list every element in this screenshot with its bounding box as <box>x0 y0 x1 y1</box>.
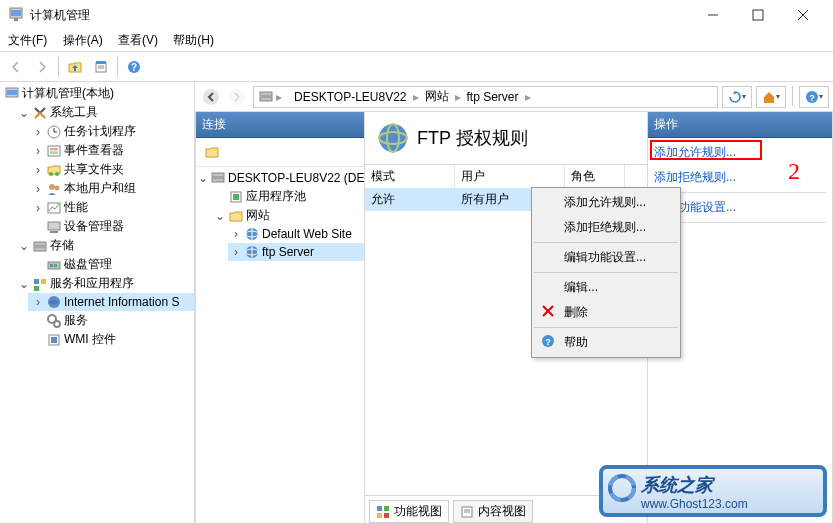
crumb-sites[interactable]: 网站 <box>423 88 451 105</box>
center-title: FTP 授权规则 <box>417 126 528 150</box>
conn-default-site[interactable]: Default Web Site <box>262 227 352 241</box>
action-add-deny[interactable]: 添加拒绝规则... <box>654 167 826 188</box>
home-dropdown-button[interactable]: ▾ <box>756 86 786 108</box>
svg-rect-35 <box>41 279 46 284</box>
ctx-delete[interactable]: 删除 <box>534 300 678 325</box>
tree-shared-folders[interactable]: 共享文件夹 <box>64 161 124 178</box>
back-button[interactable] <box>4 55 28 79</box>
tree-device-manager[interactable]: 设备管理器 <box>64 218 124 235</box>
tree-system-tools[interactable]: 系统工具 <box>50 104 98 121</box>
twist-open-icon[interactable]: ⌄ <box>18 278 30 290</box>
svg-rect-30 <box>34 247 46 251</box>
menu-action[interactable]: 操作(A) <box>63 33 103 47</box>
ctx-add-allow[interactable]: 添加允许规则... <box>534 190 678 215</box>
delete-icon <box>540 303 556 319</box>
svg-rect-28 <box>50 231 58 233</box>
conn-ftp-server[interactable]: ftp Server <box>262 245 314 259</box>
storage-icon <box>32 238 48 254</box>
ctx-edit[interactable]: 编辑... <box>534 275 678 300</box>
svg-text:?: ? <box>545 337 551 347</box>
watermark-url: www.Ghost123.com <box>641 497 748 511</box>
tree-event-viewer[interactable]: 事件查看器 <box>64 142 124 159</box>
tree-root[interactable]: 计算机管理(本地) <box>22 85 114 102</box>
nav-back-button[interactable] <box>199 85 223 109</box>
nav-forward-button[interactable] <box>225 85 249 109</box>
tab-feature-view[interactable]: 功能视图 <box>369 500 449 523</box>
minimize-button[interactable] <box>690 0 735 30</box>
svg-point-23 <box>55 172 59 176</box>
conn-sites[interactable]: 网站 <box>246 207 270 224</box>
svg-point-42 <box>203 89 219 105</box>
close-button[interactable] <box>780 0 825 30</box>
services-icon <box>46 313 62 329</box>
center-panel: FTP 授权规则 模式 用户 角色 允许 所有用户 功能视图 内容视图 <box>365 112 648 523</box>
ctx-add-deny[interactable]: 添加拒绝规则... <box>534 215 678 240</box>
tree-services-apps[interactable]: 服务和应用程序 <box>50 275 134 292</box>
connections-panel: 连接 ⌄DESKTOP-LEU8V22 (DE 应用程序池 ⌄网站 ›Defau… <box>195 112 365 523</box>
feature-tab-icon <box>376 505 390 519</box>
tree-disk-mgmt[interactable]: 磁盘管理 <box>64 256 112 273</box>
col-user[interactable]: 用户 <box>455 165 565 188</box>
twist-closed-icon[interactable]: › <box>32 126 44 138</box>
twist-closed-icon[interactable]: › <box>32 296 44 308</box>
website-icon <box>244 226 260 242</box>
svg-rect-61 <box>377 506 382 511</box>
svg-rect-36 <box>34 286 39 291</box>
twist-closed-icon[interactable]: › <box>32 183 44 195</box>
watermark-badge: 系统之家 www.Ghost123.com <box>599 465 827 517</box>
menu-bar: 文件(F) 操作(A) 查看(V) 帮助(H) <box>0 30 833 51</box>
ftp-site-icon <box>244 244 260 260</box>
toolbar: ? <box>0 52 833 82</box>
svg-rect-8 <box>96 61 106 64</box>
refresh-button[interactable]: ▾ <box>722 86 752 108</box>
conn-server[interactable]: DESKTOP-LEU8V22 (DE <box>228 171 364 185</box>
twist-closed-icon[interactable]: › <box>32 164 44 176</box>
svg-rect-48 <box>212 173 224 177</box>
ctx-edit-feature[interactable]: 编辑功能设置... <box>534 245 678 270</box>
tree-services[interactable]: 服务 <box>64 312 88 329</box>
folder-up-button[interactable] <box>63 55 87 79</box>
menu-help[interactable]: 帮助(H) <box>173 33 214 47</box>
properties-button[interactable] <box>89 55 113 79</box>
svg-rect-27 <box>48 222 60 230</box>
tree-task-scheduler[interactable]: 任务计划程序 <box>64 123 136 140</box>
help-dropdown-button[interactable]: ?▾ <box>799 86 829 108</box>
tree-storage[interactable]: 存储 <box>50 237 74 254</box>
server-node-icon <box>210 170 226 186</box>
svg-text:?: ? <box>131 62 137 73</box>
users-groups-icon <box>46 181 62 197</box>
server-icon: ▸ <box>258 89 288 105</box>
title-bar: 计算机管理 <box>0 0 833 30</box>
breadcrumb-field[interactable]: ▸ DESKTOP-LEU8V22▸ 网站▸ ftp Server▸ <box>253 86 718 108</box>
crumb-server[interactable]: DESKTOP-LEU8V22 <box>292 90 409 104</box>
svg-rect-64 <box>384 513 389 518</box>
col-role[interactable]: 角色 <box>565 165 625 188</box>
tree-local-users[interactable]: 本地用户和组 <box>64 180 136 197</box>
tree-performance[interactable]: 性能 <box>64 199 88 216</box>
tree-wmi[interactable]: WMI 控件 <box>64 331 116 348</box>
col-mode[interactable]: 模式 <box>365 165 455 188</box>
app-pool-icon <box>228 189 244 205</box>
services-apps-icon <box>32 276 48 292</box>
conn-app-pool[interactable]: 应用程序池 <box>246 188 306 205</box>
ctx-help[interactable]: ?帮助 <box>534 330 678 355</box>
twist-closed-icon[interactable]: › <box>32 202 44 214</box>
connections-tree[interactable]: ⌄DESKTOP-LEU8V22 (DE 应用程序池 ⌄网站 ›Default … <box>196 167 364 263</box>
help-button[interactable]: ? <box>122 55 146 79</box>
menu-view[interactable]: 查看(V) <box>118 33 158 47</box>
twist-closed-icon[interactable]: › <box>32 145 44 157</box>
wmi-icon <box>46 332 62 348</box>
menu-file[interactable]: 文件(F) <box>8 33 47 47</box>
forward-button[interactable] <box>30 55 54 79</box>
twist-open-icon[interactable]: ⌄ <box>18 107 30 119</box>
tree-iis[interactable]: Internet Information S <box>64 295 179 309</box>
crumb-ftp[interactable]: ftp Server <box>465 90 521 104</box>
maximize-button[interactable] <box>735 0 780 30</box>
svg-rect-49 <box>212 178 224 182</box>
task-scheduler-icon <box>46 124 62 140</box>
conn-folder-icon[interactable] <box>200 140 224 164</box>
shared-folders-icon <box>46 162 62 178</box>
mmc-tree[interactable]: 计算机管理(本地) ⌄系统工具 ›任务计划程序 ›事件查看器 ›共享文件夹 ›本… <box>0 82 195 523</box>
twist-open-icon[interactable]: ⌄ <box>18 240 30 252</box>
tab-content-view[interactable]: 内容视图 <box>453 500 533 523</box>
